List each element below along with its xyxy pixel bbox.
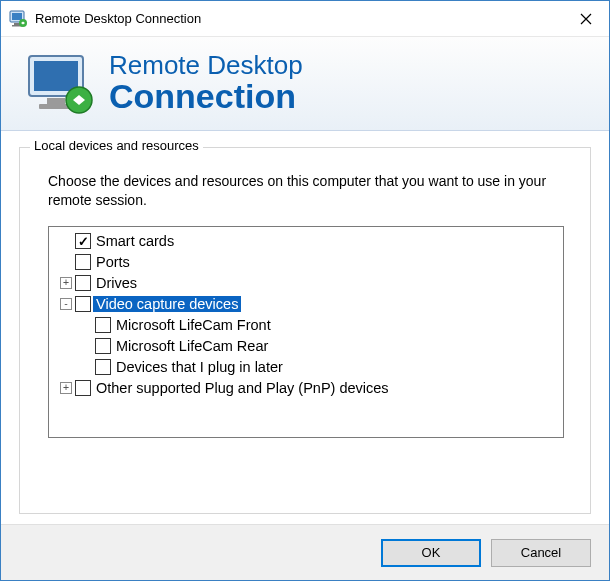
expand-icon[interactable]: + [60, 277, 72, 289]
banner-text: Remote Desktop Connection [109, 52, 303, 115]
checkbox[interactable] [95, 359, 111, 375]
app-icon [9, 10, 27, 28]
close-button[interactable] [563, 1, 609, 37]
expand-icon[interactable]: + [60, 382, 72, 394]
collapse-icon[interactable]: - [60, 298, 72, 310]
tree-item-plug-later[interactable]: Devices that I plug in later [51, 357, 561, 378]
tree-item-label[interactable]: Ports [93, 254, 133, 270]
tree-item-smart-cards[interactable]: Smart cards [51, 231, 561, 252]
svg-rect-1 [12, 13, 22, 20]
instructions-text: Choose the devices and resources on this… [48, 172, 564, 210]
groupbox-local-devices: Local devices and resources Choose the d… [19, 147, 591, 514]
checkbox[interactable] [95, 338, 111, 354]
tree-item-ports[interactable]: Ports [51, 252, 561, 273]
checkbox[interactable] [75, 275, 91, 291]
checkbox[interactable] [75, 254, 91, 270]
titlebar: Remote Desktop Connection [1, 1, 609, 37]
tree-item-drives[interactable]: +Drives [51, 273, 561, 294]
tree-item-label[interactable]: Microsoft LifeCam Front [113, 317, 274, 333]
cancel-button[interactable]: Cancel [491, 539, 591, 567]
groupbox-legend: Local devices and resources [30, 138, 203, 153]
svg-rect-6 [34, 61, 78, 91]
button-bar: OK Cancel [1, 524, 609, 580]
tree-item-label[interactable]: Drives [93, 275, 140, 291]
device-tree[interactable]: Smart cardsPorts+Drives-Video capture de… [48, 226, 564, 438]
dialog-window: Remote Desktop Connection Remote Desktop… [0, 0, 610, 581]
svg-rect-7 [47, 98, 65, 104]
checkbox[interactable] [75, 233, 91, 249]
banner-line1: Remote Desktop [109, 52, 303, 79]
tree-item-label[interactable]: Smart cards [93, 233, 177, 249]
tree-item-label[interactable]: Video capture devices [93, 296, 241, 312]
content-area: Local devices and resources Choose the d… [1, 131, 609, 524]
rdp-icon [23, 52, 97, 116]
checkbox[interactable] [95, 317, 111, 333]
checkbox[interactable] [75, 296, 91, 312]
checkbox[interactable] [75, 380, 91, 396]
banner-line2: Connection [109, 79, 303, 115]
tree-item-lifecam-rear[interactable]: Microsoft LifeCam Rear [51, 336, 561, 357]
tree-item-label[interactable]: Microsoft LifeCam Rear [113, 338, 271, 354]
tree-item-pnp[interactable]: +Other supported Plug and Play (PnP) dev… [51, 378, 561, 399]
ok-button[interactable]: OK [381, 539, 481, 567]
banner: Remote Desktop Connection [1, 37, 609, 131]
tree-item-video-capture[interactable]: -Video capture devices [51, 294, 561, 315]
tree-item-lifecam-front[interactable]: Microsoft LifeCam Front [51, 315, 561, 336]
tree-item-label[interactable]: Other supported Plug and Play (PnP) devi… [93, 380, 392, 396]
tree-item-label[interactable]: Devices that I plug in later [113, 359, 286, 375]
window-title: Remote Desktop Connection [35, 11, 563, 26]
